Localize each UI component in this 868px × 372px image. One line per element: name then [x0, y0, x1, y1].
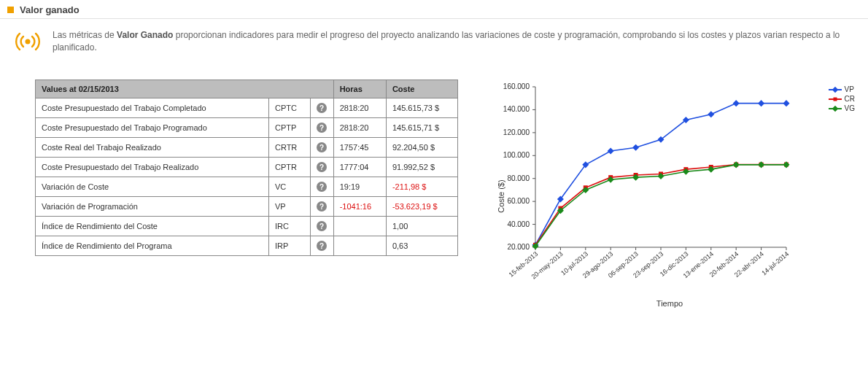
metric-abbr: IRP — [268, 236, 310, 256]
help-icon[interactable] — [317, 123, 327, 133]
help-icon[interactable] — [317, 221, 327, 231]
svg-text:14-jul-2014: 14-jul-2014 — [760, 250, 790, 277]
chart: Coste ($) 20.00040.00060.00080.000100.00… — [487, 80, 852, 313]
help-cell — [310, 98, 333, 118]
legend-item-vg: VG — [829, 104, 855, 112]
legend-item-vp: VP — [829, 85, 855, 93]
svg-text:80.000: 80.000 — [507, 174, 530, 182]
chart-x-axis-label: Tiempo — [487, 299, 852, 308]
help-icon[interactable] — [317, 241, 327, 251]
metric-abbr: CPTR — [268, 158, 310, 177]
metric-label: Variación de Programación — [36, 197, 269, 217]
svg-rect-45 — [632, 144, 639, 151]
svg-rect-49 — [733, 100, 740, 106]
help-cell — [310, 138, 333, 158]
help-cell — [310, 118, 333, 138]
metric-abbr: CRTR — [268, 138, 310, 158]
metric-hours: 19:19 — [333, 177, 386, 197]
svg-rect-72 — [758, 161, 764, 168]
svg-text:20.000: 20.000 — [507, 243, 530, 251]
metric-cost: 92.204,50 $ — [386, 138, 457, 158]
svg-rect-48 — [708, 111, 714, 117]
metric-abbr: IRC — [268, 217, 310, 236]
help-cell — [310, 177, 333, 197]
broadcast-icon — [13, 31, 42, 55]
help-cell — [310, 217, 333, 236]
chart-legend: VP CR VG — [829, 85, 855, 114]
svg-text:100.000: 100.000 — [503, 151, 530, 159]
intro-row: Las métricas de Valor Ganado proporciona… — [0, 19, 868, 58]
svg-text:40.000: 40.000 — [507, 220, 530, 228]
metric-label: Índice de Rendimiento del Coste — [36, 217, 269, 236]
svg-rect-44 — [608, 147, 614, 154]
svg-point-0 — [26, 39, 31, 44]
svg-text:140.000: 140.000 — [503, 105, 530, 113]
metric-abbr: CPTC — [268, 98, 310, 118]
metric-cost: 145.615,71 $ — [386, 118, 457, 138]
legend-item-cr: CR — [829, 95, 855, 103]
metric-abbr: CPTP — [268, 118, 310, 138]
intro-text: Las métricas de Valor Ganado proporciona… — [53, 29, 861, 55]
metric-hours: -1041:16 — [333, 197, 386, 217]
metric-label: Coste Real del Trabajo Realizado — [36, 138, 269, 158]
metric-hours: 2818:20 — [333, 98, 386, 118]
help-icon[interactable] — [317, 182, 327, 192]
help-cell — [310, 197, 333, 217]
table-row: Índice de Rendimiento del CosteIRC1,00 — [36, 217, 458, 236]
metric-abbr: VC — [268, 177, 310, 197]
intro-bold: Valor Ganado — [117, 30, 173, 40]
section-bullet-icon — [7, 7, 14, 13]
metric-label: Índice de Rendimiento del Programa — [36, 236, 269, 256]
chart-y-axis-label: Coste ($) — [497, 179, 505, 212]
metric-cost: -211,98 $ — [386, 177, 457, 197]
table-row: Variación de CosteVC19:19-211,98 $ — [36, 177, 458, 197]
table-row: Coste Presupuestado del Trabajo Completa… — [36, 98, 458, 118]
section-title: Valor ganado — [20, 4, 80, 15]
metric-cost: 145.615,73 $ — [386, 98, 457, 118]
metric-hours: 1757:45 — [333, 138, 386, 158]
table-row: Índice de Rendimiento del ProgramaIRP0,6… — [36, 236, 458, 256]
metric-cost: 1,00 — [386, 217, 457, 236]
table-header-cost: Coste — [386, 80, 457, 98]
help-icon[interactable] — [317, 201, 327, 212]
svg-text:60.000: 60.000 — [507, 197, 530, 205]
svg-rect-73 — [783, 161, 789, 168]
metric-label: Variación de Coste — [36, 177, 269, 197]
metric-cost: 91.992,52 $ — [386, 158, 457, 177]
table-row: Coste Real del Trabajo RealizadoCRTR1757… — [36, 138, 458, 158]
table-row: Coste Presupuestado del Trabajo Realizad… — [36, 158, 458, 177]
metric-cost: -53.623,19 $ — [386, 197, 457, 217]
help-icon[interactable] — [317, 142, 327, 152]
help-cell — [310, 158, 333, 177]
svg-text:160.000: 160.000 — [503, 82, 530, 90]
svg-rect-50 — [758, 100, 764, 106]
help-icon[interactable] — [317, 103, 327, 113]
help-cell — [310, 236, 333, 256]
metric-hours: 2818:20 — [333, 118, 386, 138]
section-header: Valor ganado — [0, 0, 868, 19]
svg-rect-71 — [733, 161, 740, 168]
metric-label: Coste Presupuestado del Trabajo Programa… — [36, 118, 269, 138]
metric-label: Coste Presupuestado del Trabajo Realizad… — [36, 158, 269, 177]
table-row: Coste Presupuestado del Trabajo Programa… — [36, 118, 458, 138]
intro-prefix: Las métricas de — [53, 30, 117, 40]
table-header-title: Values at 02/15/2013 — [36, 80, 334, 98]
svg-rect-51 — [783, 100, 789, 106]
metric-hours — [333, 236, 386, 256]
table-header-hours: Horas — [333, 80, 386, 98]
help-icon[interactable] — [317, 162, 327, 172]
metric-label: Coste Presupuestado del Trabajo Completa… — [36, 98, 269, 118]
table-row: Variación de ProgramaciónVP-1041:16-53.6… — [36, 197, 458, 217]
metric-cost: 0,63 — [386, 236, 457, 256]
svg-text:120.000: 120.000 — [503, 128, 530, 136]
metric-abbr: VP — [268, 197, 310, 217]
earned-value-table: Values at 02/15/2013 Horas Coste Coste P… — [35, 80, 458, 256]
metric-hours: 1777:04 — [333, 158, 386, 177]
metric-hours — [333, 217, 386, 236]
